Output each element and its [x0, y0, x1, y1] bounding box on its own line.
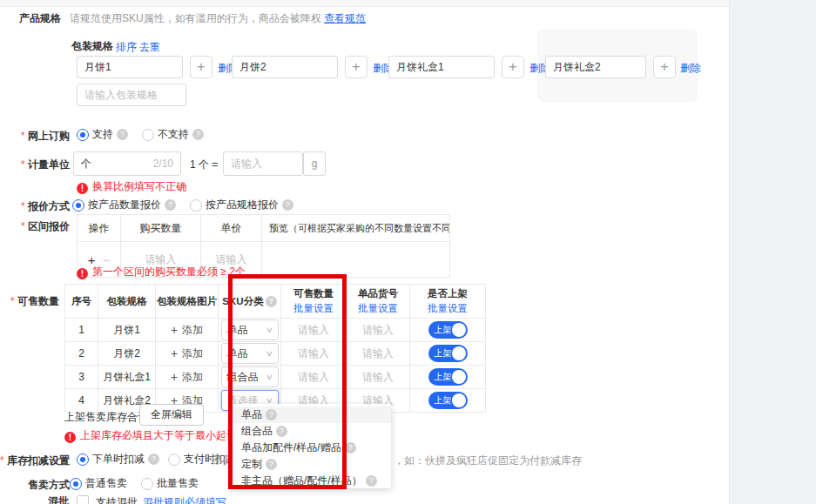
radio-unselected-icon[interactable]: [142, 129, 154, 141]
sellable-table: 序号 包装规格 包装规格图片 SKU分类 可售数量 批量设置 单品货号 批量设置…: [64, 284, 486, 413]
label-stock-deduct: 库存扣减设置: [0, 454, 70, 468]
row-spec: 月饼1: [98, 319, 156, 342]
dropdown-option-custom[interactable]: 定制: [231, 456, 391, 473]
radio-option-normal-sell[interactable]: 普通售卖: [70, 476, 127, 491]
label-mixed-batch: 混批: [48, 494, 69, 504]
range-preview-cell: [262, 242, 450, 278]
help-icon[interactable]: [345, 442, 356, 454]
radio-option-quote-by-spec[interactable]: 按产品规格报价: [190, 198, 293, 212]
col-header-sellable-qty: 可售数量 批量设置: [281, 285, 347, 319]
label-sell-method: 售卖方式: [28, 478, 70, 493]
on-shelf-toggle-3[interactable]: 上架: [428, 368, 468, 386]
row-no: 1: [65, 319, 98, 342]
radio-selected-icon[interactable]: [77, 454, 89, 466]
stock-note-right: ，如：伙拼及疯狂店促固定为付款减库存: [394, 454, 582, 468]
help-icon[interactable]: [266, 459, 277, 470]
col-header-item-no: 单品货号 批量设置: [347, 285, 410, 319]
sellable-qty-input-1[interactable]: [286, 323, 341, 337]
spec-input-3[interactable]: [388, 56, 495, 78]
mixed-batch-checkbox[interactable]: [77, 495, 89, 504]
spec-notice: 请规范使用SKU属性，如有滥用的行为，商品会被降权 查看规范: [70, 11, 366, 26]
add-image-button[interactable]: 添加: [156, 319, 219, 342]
radio-option-quote-by-qty[interactable]: 按产品数量报价: [72, 198, 176, 212]
toggle-knob: [452, 323, 466, 337]
chevron-down-icon: ∨: [266, 326, 273, 334]
conversion-input[interactable]: [223, 151, 303, 176]
add-image-button[interactable]: 添加: [156, 366, 219, 389]
batch-set-onshelf-link[interactable]: 批量设置: [428, 302, 468, 315]
radio-selected-icon[interactable]: [77, 129, 89, 141]
dedupe-link[interactable]: 去重: [139, 40, 160, 55]
sku-type-select-3[interactable]: 组合品∨: [221, 366, 279, 387]
col-header-on-shelf: 是否上架 批量设置: [410, 285, 486, 319]
col-header-unit-price: 单价: [201, 215, 262, 242]
radio-unselected-icon[interactable]: [141, 478, 153, 490]
col-header-preview: 预览（可根据买家采购的不同数量设置不同价格）: [262, 215, 450, 242]
col-header-no: 序号: [65, 285, 98, 319]
add-image-button[interactable]: 添加: [156, 342, 219, 366]
sku-type-select-2[interactable]: 单品∨: [221, 343, 279, 364]
sku-type-dropdown: 单品 组合品 单品加配件/样品/赠品 定制 非主品（赠品/配件/样品）: [231, 404, 391, 488]
help-icon[interactable]: [165, 199, 176, 211]
help-icon[interactable]: [266, 296, 277, 307]
on-shelf-toggle-1[interactable]: 上架: [428, 321, 468, 339]
on-shelf-toggle-2[interactable]: 上架: [428, 345, 468, 362]
dropdown-option-single[interactable]: 单品: [231, 407, 391, 423]
new-spec-input[interactable]: [77, 84, 186, 106]
item-no-input-3[interactable]: [351, 370, 405, 384]
fullscreen-edit-button[interactable]: 全屏编辑: [139, 404, 204, 426]
label-sellable-qty: 可售数量: [0, 294, 59, 309]
dropdown-option-single-with-accessory[interactable]: 单品加配件/样品/赠品: [231, 440, 391, 456]
spec-input-4[interactable]: [545, 56, 646, 78]
add-spec-value-button-3[interactable]: [502, 56, 524, 78]
mixed-batch-rule-link[interactable]: 混批规则必须填写: [143, 495, 226, 504]
error-icon: [77, 183, 88, 194]
add-spec-value-button-2[interactable]: [345, 56, 368, 78]
help-icon[interactable]: [276, 426, 287, 437]
help-icon[interactable]: [282, 199, 293, 211]
sku-type-select-1[interactable]: 单品∨: [221, 319, 279, 340]
view-spec-rules-link[interactable]: 查看规范: [324, 12, 366, 24]
help-icon[interactable]: [192, 129, 204, 140]
char-counter: 2/10: [153, 158, 173, 170]
range-error: 第一个区间的购买数量必须 ≥ 2个: [77, 265, 246, 279]
toggle-knob: [452, 346, 466, 360]
batch-set-itemno-link[interactable]: 批量设置: [358, 302, 398, 315]
help-icon[interactable]: [266, 409, 277, 420]
radio-option-support[interactable]: 支持: [77, 127, 128, 142]
help-icon[interactable]: [366, 475, 377, 487]
sellable-qty-input-2[interactable]: [286, 346, 341, 360]
chevron-down-icon: ∨: [266, 349, 273, 358]
col-header-spec-image: 包装规格图片: [156, 285, 219, 319]
product-edit-page: 产品规格 请规范使用SKU属性，如有滥用的行为，商品会被降权 查看规范 包装规格…: [0, 0, 816, 504]
dropdown-option-non-main[interactable]: 非主品（赠品/配件/样品）: [231, 473, 391, 488]
batch-set-qty-link[interactable]: 批量设置: [293, 302, 334, 315]
sellable-qty-input-3[interactable]: [286, 370, 341, 384]
error-icon: [64, 432, 76, 443]
spec-input-2[interactable]: [232, 56, 338, 78]
unit-input[interactable]: 个 2/10: [73, 151, 181, 176]
label-online-order: 网上订购: [0, 129, 70, 144]
add-spec-value-button-4[interactable]: [653, 56, 676, 78]
on-shelf-toggle-4[interactable]: 上架: [428, 392, 468, 409]
radio-selected-icon[interactable]: [72, 199, 84, 212]
radio-unselected-icon[interactable]: [168, 454, 180, 466]
help-icon[interactable]: [117, 129, 128, 140]
item-no-input-2[interactable]: [351, 346, 405, 360]
toggle-knob: [452, 393, 466, 407]
section-label-product-spec: 产品规格: [19, 11, 61, 26]
radio-option-not-support[interactable]: 不支持: [142, 127, 204, 142]
radio-unselected-icon[interactable]: [190, 199, 202, 212]
sort-link[interactable]: 排序: [116, 40, 137, 55]
delete-spec-link-4[interactable]: 删除: [680, 61, 701, 76]
radio-option-deduct-on-order[interactable]: 下单时扣减: [77, 452, 159, 467]
item-no-input-1[interactable]: [351, 323, 405, 337]
help-icon[interactable]: [148, 454, 159, 465]
add-spec-value-button-1[interactable]: [190, 56, 212, 78]
spec-input-1[interactable]: [77, 56, 183, 78]
dropdown-option-combo[interactable]: 组合品: [231, 423, 391, 440]
radio-selected-icon[interactable]: [70, 478, 82, 490]
mixed-batch-checkbox-label: 支持混批: [96, 495, 138, 504]
radio-option-batch-sell[interactable]: 批量售卖: [141, 476, 199, 491]
label-quote-method: 报价方式: [0, 199, 70, 214]
